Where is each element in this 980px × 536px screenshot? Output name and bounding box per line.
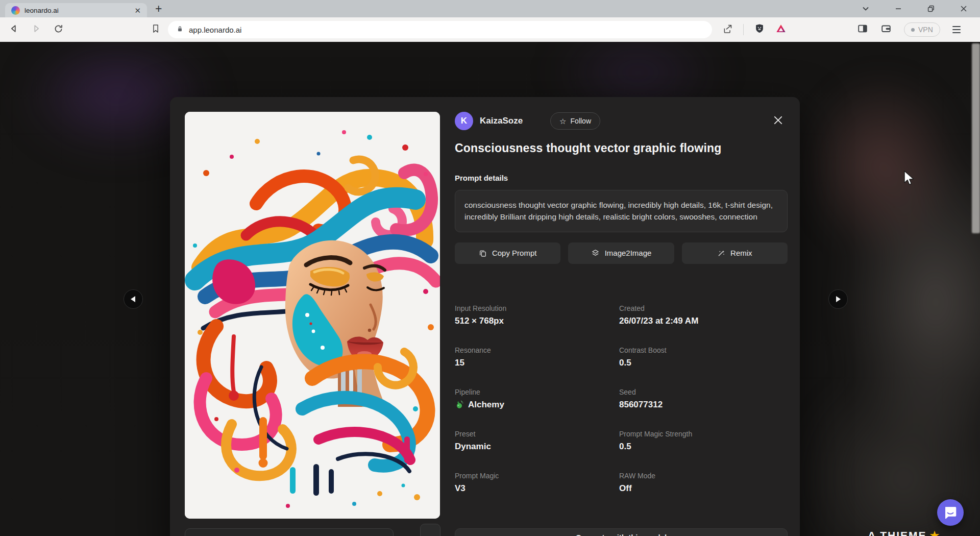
- image-detail-modal: K KaizaSoze ☆ Follow Consciousness thoug…: [170, 97, 800, 536]
- meta-seed: Seed 856077312: [619, 388, 788, 410]
- image-title: Consciousness thought vector graphic flo…: [455, 141, 788, 155]
- arrow-right-icon: [835, 296, 841, 303]
- avatar[interactable]: K: [455, 112, 473, 130]
- sidebar-panel-icon[interactable]: [857, 23, 868, 36]
- reload-button[interactable]: [53, 23, 64, 36]
- browser-tab[interactable]: leonardo.ai ✕: [5, 3, 147, 17]
- meta-prompt-magic: Prompt Magic V3: [455, 472, 619, 494]
- wallet-icon[interactable]: [880, 23, 892, 36]
- url-text: app.leonardo.ai: [189, 26, 241, 34]
- forward-button[interactable]: [31, 23, 42, 36]
- image2image-button[interactable]: Image2Image: [568, 242, 674, 264]
- chat-bubble-icon: [944, 506, 957, 520]
- bat-rewards-icon[interactable]: [775, 23, 787, 36]
- menu-hamburger-icon[interactable]: [952, 26, 961, 33]
- star-icon: ☆: [559, 117, 566, 125]
- author-row: K KaizaSoze ☆ Follow: [455, 111, 788, 131]
- meta-raw-mode: RAW Mode Off: [619, 472, 788, 494]
- support-chat-button[interactable]: [937, 499, 964, 526]
- tab-title: leonardo.ai: [24, 7, 130, 14]
- arrow-left-icon: [130, 296, 136, 303]
- author-name[interactable]: KaizaSoze: [480, 116, 523, 126]
- next-image-button[interactable]: [828, 289, 848, 309]
- tab-close-icon[interactable]: ✕: [134, 7, 141, 14]
- window-minimize-button[interactable]: [882, 0, 915, 17]
- browser-tab-bar: leonardo.ai ✕ +: [0, 0, 980, 17]
- toolbar-divider: [743, 24, 744, 35]
- meta-created: Created 26/07/23 at 2:49 AM: [619, 304, 788, 326]
- back-button[interactable]: [8, 23, 19, 36]
- remix-button[interactable]: Remix: [682, 242, 788, 264]
- bottom-partial-square-button[interactable]: [420, 524, 440, 536]
- follow-button[interactable]: ☆ Follow: [550, 112, 600, 130]
- prompt-details-heading: Prompt details: [455, 174, 788, 182]
- copy-prompt-button[interactable]: Copy Prompt: [455, 242, 560, 264]
- window-close-button[interactable]: [947, 0, 980, 17]
- backdrop-edge-card: [972, 43, 980, 233]
- layers-icon: [591, 249, 600, 257]
- tab-search-chevron-icon[interactable]: [849, 0, 882, 17]
- follow-label: Follow: [571, 117, 591, 125]
- lock-icon: [176, 25, 184, 35]
- leonardo-favicon-icon: [11, 6, 20, 15]
- remix-wand-icon: [717, 249, 725, 257]
- watermark-star-icon: ★: [930, 529, 941, 536]
- video-watermark: A THIEME★: [868, 529, 940, 536]
- url-bar[interactable]: app.leonardo.ai: [168, 21, 712, 38]
- bookmark-icon[interactable]: [151, 23, 161, 36]
- brave-shield-icon[interactable]: [754, 23, 765, 36]
- meta-pipeline: Pipeline Alchemy: [455, 388, 619, 410]
- window-controls: [849, 0, 980, 17]
- alchemy-potion-icon: [455, 400, 464, 409]
- meta-input-resolution: Input Resolution 512 × 768px: [455, 304, 619, 326]
- generate-with-model-button[interactable]: Generate with this model: [455, 528, 788, 536]
- copy-icon: [479, 249, 487, 257]
- previous-image-button[interactable]: [124, 289, 143, 309]
- vpn-label: VPN: [918, 26, 933, 34]
- meta-resonance: Resonance 15: [455, 346, 619, 368]
- modal-close-button[interactable]: [771, 113, 785, 127]
- browser-toolbar: app.leonardo.ai VPN: [0, 17, 980, 42]
- mouse-cursor: [903, 170, 915, 188]
- generated-artwork-image[interactable]: [185, 112, 440, 519]
- metadata-grid: Input Resolution 512 × 768px Created 26/…: [455, 304, 788, 494]
- vpn-badge[interactable]: VPN: [904, 22, 940, 37]
- meta-contrast-boost: Contrast Boost 0.5: [619, 346, 788, 368]
- share-icon[interactable]: [722, 23, 733, 36]
- action-buttons-row: Copy Prompt Image2Image Remix: [455, 242, 788, 264]
- meta-prompt-magic-strength: Prompt Magic Strength 0.5: [619, 430, 788, 452]
- bottom-partial-bar[interactable]: [185, 528, 394, 536]
- prompt-text-box: consciousness thought vector graphic flo…: [455, 190, 788, 232]
- backdrop-blurred-image-right: [796, 57, 980, 536]
- meta-preset: Preset Dynamic: [455, 430, 619, 452]
- window-restore-button[interactable]: [915, 0, 947, 17]
- prompt-details-panel: K KaizaSoze ☆ Follow Consciousness thoug…: [455, 111, 788, 494]
- vpn-dot-icon: [911, 28, 915, 32]
- new-tab-button[interactable]: +: [155, 2, 162, 16]
